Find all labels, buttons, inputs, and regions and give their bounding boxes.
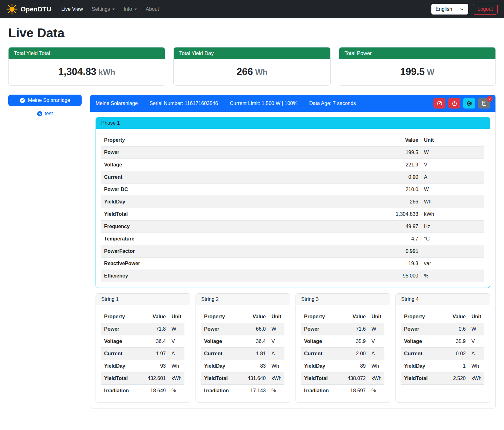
col-unit: Unit (369, 311, 384, 323)
property-cell: YieldDay (301, 360, 345, 372)
nav-settings[interactable]: Settings (87, 3, 119, 15)
unit-cell: % (269, 385, 284, 397)
property-cell: Current (201, 348, 245, 360)
card-title: Total Yield Total (9, 47, 165, 59)
value-number: 1,304.83 (58, 66, 96, 77)
value-cell: 35.9 (449, 335, 469, 348)
value-cell: 0.995 (375, 245, 421, 258)
power-button[interactable] (448, 98, 460, 109)
table-row: YieldTotal 2.520 kWh (401, 372, 484, 385)
unit-cell: % (421, 270, 484, 282)
value-cell: 210.0 (375, 184, 421, 196)
property-cell: Power (201, 323, 245, 335)
nav-about[interactable]: About (141, 3, 164, 15)
value-unit: W (427, 68, 434, 77)
property-cell: YieldTotal (301, 372, 345, 385)
value-cell: 66.0 (245, 323, 269, 335)
brand[interactable]: OpenDTU (6, 3, 51, 15)
brand-label: OpenDTU (21, 5, 51, 13)
logout-button[interactable]: Logout (473, 4, 498, 15)
phase-1-card: Phase 1 Property Value Unit (96, 117, 490, 288)
unit-cell: A (369, 348, 384, 360)
nav-links: Live View Settings Info About (57, 3, 164, 15)
inverter-select-test[interactable]: test (8, 111, 82, 116)
chevron-down-icon (134, 9, 137, 10)
nav-info-label: Info (124, 6, 132, 12)
table-row: Power 66.0 W (201, 323, 284, 335)
string-2-card: String 2 Property Value Unit (196, 293, 290, 403)
string-1-card: String 1 Property Value Unit (96, 293, 190, 403)
property-cell: Irradiation (201, 385, 245, 397)
total-yield-total-card: Total Yield Total 1,304.83kWh (8, 47, 165, 86)
property-cell: Efficiency (101, 270, 375, 282)
value-cell: 17.143 (245, 385, 269, 397)
table-row: YieldTotal 1,304.833 kWh (101, 208, 484, 221)
table-row: Current 2.00 A (301, 348, 384, 360)
value-cell: 1.81 (245, 348, 269, 360)
property-cell: Frequency (101, 221, 375, 233)
string-grid: String 1 Property Value Unit (96, 293, 490, 403)
card-title: Total Power (339, 47, 495, 59)
table-row: YieldDay 83 Wh (201, 360, 284, 372)
col-unit: Unit (469, 311, 484, 323)
limit-settings-button[interactable] (433, 98, 445, 109)
property-cell: Current (101, 348, 145, 360)
unit-cell: Wh (169, 360, 184, 372)
value-cell: 36.4 (145, 335, 169, 348)
string-title: String 2 (196, 294, 290, 305)
property-cell: YieldDay (201, 360, 245, 372)
table-row: ReactivePower 19.3 var (101, 258, 484, 270)
value-cell: 71.8 (145, 323, 169, 335)
value-cell: 1 (449, 360, 469, 372)
event-log-button[interactable]: 2 (478, 98, 490, 109)
card-body: 266Wh (174, 59, 330, 85)
navbar-right: English Logout (431, 4, 498, 15)
nav-live-view[interactable]: Live View (57, 3, 87, 15)
inverter-label: Meine Solaranlage (28, 97, 70, 103)
device-info-button[interactable] (463, 98, 475, 109)
table-header-row: Property Value Unit (301, 311, 384, 323)
nav-settings-label: Settings (92, 6, 110, 12)
property-cell: Voltage (401, 335, 449, 348)
table-row: Voltage 36.4 V (201, 335, 284, 348)
unit-cell: V (469, 335, 484, 348)
unit-cell: V (269, 335, 284, 348)
nav-info[interactable]: Info (119, 3, 141, 15)
string-1-table: Property Value Unit Power (101, 311, 184, 397)
unit-cell: kWh (469, 372, 484, 385)
unit-cell: V (169, 335, 184, 348)
unit-cell: W (469, 323, 484, 335)
col-value: Value (449, 311, 469, 323)
value-cell: 0.02 (449, 348, 469, 360)
unit-cell: Wh (469, 360, 484, 372)
string-3-card: String 3 Property Value Unit (296, 293, 390, 403)
content-row: Meine Solaranlage test Meine Solaranlage… (8, 95, 496, 408)
power-icon (452, 101, 457, 106)
property-cell: Temperature (101, 233, 375, 245)
unit-cell: W (421, 184, 484, 196)
language-select[interactable]: English (431, 4, 468, 15)
col-property: Property (201, 311, 245, 323)
table-row: Power 71.6 W (301, 323, 384, 335)
table-row: Current 0.90 A (101, 171, 484, 184)
phase-table: Property Value Unit Power (101, 134, 484, 282)
value-cell: 221.9 (375, 159, 421, 171)
value-cell: 36.4 (245, 335, 269, 348)
table-row: Power 199.5 W (101, 146, 484, 159)
string-table-body: Power 71.8 W Voltage 36.4 V (101, 323, 184, 397)
table-row: Current 1.81 A (201, 348, 284, 360)
cpu-icon (466, 101, 472, 106)
value-cell: 19.3 (375, 258, 421, 270)
property-cell: Power (101, 323, 145, 335)
property-cell: Voltage (101, 159, 375, 171)
property-cell: Irradiation (301, 385, 345, 397)
col-value: Value (345, 311, 369, 323)
unit-cell: A (421, 171, 484, 184)
inverter-select-meine-solaranlage[interactable]: Meine Solaranlage (8, 95, 82, 106)
card-title: Total Yield Day (174, 47, 330, 59)
property-cell: YieldTotal (401, 372, 449, 385)
property-cell: YieldTotal (101, 208, 375, 221)
summary-cards: Total Yield Total 1,304.83kWh Total Yiel… (8, 47, 496, 86)
value-cell: 438.072 (345, 372, 369, 385)
speedometer-icon (437, 101, 442, 106)
